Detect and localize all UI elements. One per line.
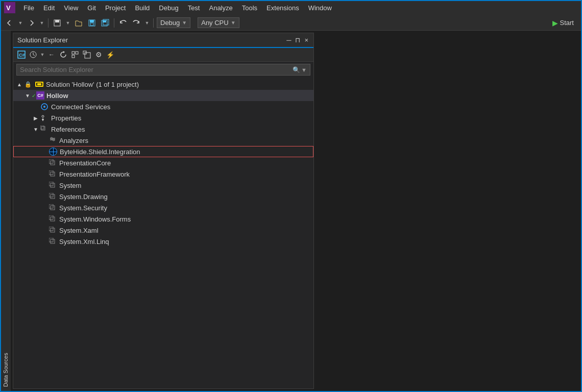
presentation-core-label: PresentationCore [59, 159, 111, 167]
menu-project[interactable]: Project [101, 2, 130, 14]
search-dropdown-icon[interactable]: ▼ [301, 67, 307, 73]
debug-config-arrow: ▼ [182, 20, 187, 26]
svg-rect-36 [49, 182, 53, 186]
menu-debug[interactable]: Debug [155, 2, 182, 14]
system-security-node[interactable]: ▶ System.Security [13, 202, 313, 213]
search-input[interactable] [20, 66, 293, 74]
menu-view[interactable]: View [60, 2, 82, 14]
svg-rect-27 [41, 127, 45, 130]
menu-tools[interactable]: Tools [238, 2, 261, 14]
solution-node[interactable]: ▲ 🔒 Solution 'Hollow' (1 of 1 project) [13, 79, 313, 90]
se-refresh-icon[interactable] [58, 50, 68, 60]
save-all-button[interactable] [100, 17, 111, 29]
svg-rect-42 [49, 215, 53, 219]
connected-services-node[interactable]: ▶ Connected Services [13, 101, 313, 112]
svg-rect-34 [49, 170, 53, 175]
undo-button[interactable] [117, 17, 129, 29]
new-file-button[interactable] [52, 17, 63, 29]
project-check-icon: ✓ [32, 93, 36, 99]
solution-tree: ▲ 🔒 Solution 'Hollow' (1 of 1 project) ▼… [13, 78, 313, 388]
back-dropdown-button[interactable]: ▼ [17, 17, 23, 29]
svg-rect-35 [51, 172, 55, 176]
search-icon: 🔍 [293, 66, 300, 74]
svg-rect-13 [72, 52, 75, 54]
solution-explorer-header: Solution Explorer ─ ⊓ × [13, 33, 313, 48]
save-button[interactable] [86, 17, 98, 29]
data-sources-tab[interactable]: Data Sources [0, 31, 11, 391]
redo-dropdown-button[interactable]: ▼ [144, 17, 150, 29]
back-button[interactable] [4, 17, 15, 29]
ref-icon-sxl [48, 237, 57, 246]
menu-file[interactable]: File [19, 2, 38, 14]
presentation-framework-label: PresentationFramework [59, 170, 130, 178]
toolbar: ▼ ▼ ▼ ▼ Debug ▼ Any CPU ▼ ▶ Start [0, 15, 582, 31]
presentation-core-node[interactable]: ▶ PresentationCore [13, 157, 313, 168]
close-icon[interactable]: × [303, 35, 309, 45]
cs-icon: C# [36, 91, 44, 100]
lock-icon: 🔒 [23, 80, 33, 88]
forward-button[interactable] [26, 17, 37, 29]
svg-rect-44 [49, 227, 53, 231]
se-filter-icon[interactable]: ⚡ [105, 50, 115, 60]
solution-arrow-icon: ▲ [15, 82, 23, 87]
system-xml-linq-node[interactable]: ▶ System.Xml.Linq [13, 236, 313, 247]
svg-text:V: V [6, 4, 11, 12]
properties-label: Properties [51, 114, 81, 122]
svg-rect-17 [85, 53, 90, 58]
file-button-dropdown[interactable]: ▼ [65, 17, 71, 29]
presentation-framework-node[interactable]: ▶ PresentationFramework [13, 168, 313, 180]
se-expand-icon[interactable] [82, 50, 92, 60]
search-box[interactable]: 🔍 ▼ [16, 64, 310, 76]
se-history-dropdown[interactable]: ▼ [40, 50, 45, 60]
svg-rect-20 [37, 83, 41, 85]
system-windows-forms-node[interactable]: ▶ System.Windows.Forms [13, 213, 313, 225]
references-arrow-icon: ▼ [32, 127, 40, 132]
svg-rect-39 [51, 194, 55, 199]
menu-build[interactable]: Build [131, 2, 154, 14]
toolbar-separator-2 [114, 18, 114, 28]
menu-window[interactable]: Window [304, 2, 336, 14]
forward-dropdown-button[interactable]: ▼ [39, 17, 45, 29]
start-label: Start [560, 19, 574, 27]
system-drawing-node[interactable]: ▶ System.Drawing [13, 191, 313, 202]
se-collapse-icon[interactable] [70, 50, 80, 60]
system-xaml-node[interactable]: ▶ System.Xaml [13, 225, 313, 236]
system-windows-forms-label: System.Windows.Forms [59, 215, 131, 223]
system-security-label: System.Security [59, 204, 107, 212]
ref-icon-sx [48, 226, 57, 234]
se-back-icon[interactable]: ← [46, 50, 57, 60]
svg-rect-43 [51, 217, 55, 221]
svg-rect-5 [90, 20, 94, 22]
properties-icon [40, 114, 49, 122]
se-history-icon[interactable] [28, 50, 38, 60]
editor-area [316, 31, 582, 391]
debug-config-dropdown[interactable]: Debug ▼ [157, 17, 190, 28]
menu-git[interactable]: Git [83, 2, 100, 14]
system-node[interactable]: ▶ System [13, 180, 313, 191]
svg-rect-15 [72, 55, 75, 58]
system-xml-linq-label: System.Xml.Linq [59, 238, 109, 246]
pin-icon[interactable]: ─ [285, 35, 292, 45]
analyzers-node[interactable]: ▶ Analyzers [13, 135, 313, 146]
redo-button[interactable] [131, 17, 142, 29]
toolbar-separator-1 [48, 18, 48, 28]
se-sync-icon[interactable]: C# [16, 50, 27, 60]
menu-test[interactable]: Test [184, 2, 204, 14]
unpin-icon[interactable]: ⊓ [294, 35, 301, 45]
se-settings-icon[interactable]: ⚙ [93, 50, 104, 60]
ref-icon-pc [48, 159, 57, 167]
menu-extensions[interactable]: Extensions [262, 2, 303, 14]
open-button[interactable] [73, 17, 84, 29]
bytehide-node[interactable]: ▶ ByteHide.Shield.Integration [13, 146, 313, 157]
references-node[interactable]: ▼ References [13, 124, 313, 135]
platform-dropdown[interactable]: Any CPU ▼ [198, 17, 239, 28]
menu-edit[interactable]: Edit [39, 2, 59, 14]
project-node[interactable]: ▼ ✓ C# Hollow [13, 90, 313, 101]
menu-analyze[interactable]: Analyze [205, 2, 236, 14]
ref-icon-pf [48, 170, 57, 178]
start-button[interactable]: ▶ Start [548, 17, 578, 29]
menu-bar: V File Edit View Git Project Build Debug… [0, 0, 582, 15]
solution-icon [35, 80, 44, 88]
properties-node[interactable]: ▶ Properties [13, 112, 313, 124]
solution-explorer-header-icons: ─ ⊓ × [285, 35, 309, 45]
